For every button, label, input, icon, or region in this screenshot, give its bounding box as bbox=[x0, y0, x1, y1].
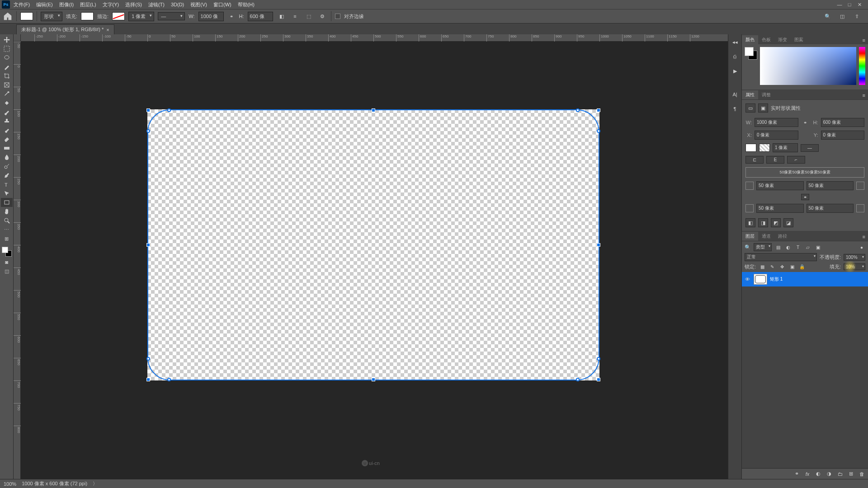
menu-help[interactable]: 帮助(H) bbox=[235, 0, 257, 9]
eraser-tool[interactable] bbox=[1, 135, 13, 144]
home-button[interactable] bbox=[3, 11, 13, 21]
stroke-swatch[interactable] bbox=[759, 144, 770, 152]
fill-swatch[interactable] bbox=[81, 12, 94, 20]
stroke-join-dropdown[interactable]: ⌐ bbox=[787, 156, 805, 164]
width-field[interactable]: 1000 像 bbox=[198, 12, 224, 21]
expand-dock-icon[interactable]: ◂◂ bbox=[730, 37, 740, 47]
dodge-tool[interactable] bbox=[1, 162, 13, 171]
height-field[interactable]: 600 像素 bbox=[821, 118, 865, 127]
ruler-vertical[interactable]: -500501001502002503003504004505005506006… bbox=[14, 42, 21, 479]
x-field[interactable]: 0 像素 bbox=[755, 131, 798, 140]
visibility-toggle[interactable]: 👁 bbox=[744, 277, 751, 282]
window-minimize[interactable]: — bbox=[836, 1, 843, 8]
link-icon[interactable]: ⚭ bbox=[801, 119, 809, 126]
pen-tool[interactable] bbox=[1, 171, 13, 180]
corner-br-field[interactable]: 50 像素 bbox=[807, 204, 854, 213]
stroke-width-dropdown[interactable]: 1 像素 bbox=[128, 12, 154, 21]
stroke-swatch[interactable] bbox=[112, 12, 125, 20]
hand-tool[interactable] bbox=[1, 207, 13, 216]
window-close[interactable]: ✕ bbox=[856, 1, 863, 8]
combine-shapes-icon[interactable]: ◧ bbox=[745, 218, 755, 227]
hue-slider[interactable] bbox=[859, 47, 865, 85]
link-corners-icon[interactable]: ⚭ bbox=[801, 194, 809, 200]
quickmask-tool[interactable]: ◙ bbox=[1, 258, 13, 267]
y-field[interactable]: 0 像素 bbox=[821, 131, 865, 140]
menu-edit[interactable]: 编辑(E) bbox=[33, 0, 56, 9]
lock-artboard-icon[interactable]: ▣ bbox=[788, 263, 796, 270]
menu-filter[interactable]: 滤镜(T) bbox=[146, 0, 167, 9]
path-align-icon[interactable]: ≡ bbox=[290, 11, 300, 21]
mask-icon[interactable]: ◐ bbox=[815, 470, 822, 478]
layer-name[interactable]: 矩形 1 bbox=[770, 276, 783, 282]
document-dimensions[interactable]: 1000 像素 x 600 像素 (72 ppi) bbox=[22, 480, 87, 487]
height-field[interactable]: 600 像 bbox=[248, 12, 273, 21]
filter-adjust-icon[interactable]: ◐ bbox=[784, 244, 792, 251]
frame-tool[interactable] bbox=[1, 80, 13, 89]
filter-smart-icon[interactable]: ▣ bbox=[814, 244, 821, 251]
dock-char-icon[interactable]: A| bbox=[730, 89, 740, 99]
type-tool[interactable]: T bbox=[1, 180, 13, 189]
wand-tool[interactable] bbox=[1, 62, 13, 71]
opacity-field[interactable]: 100% bbox=[844, 254, 865, 261]
tab-layers[interactable]: 图层 bbox=[742, 232, 758, 241]
tab-channels[interactable]: 通道 bbox=[758, 232, 774, 241]
lock-paint-icon[interactable]: ✎ bbox=[769, 263, 776, 270]
corner-tr-field[interactable]: 50 像素 bbox=[807, 181, 854, 190]
fx-icon[interactable]: fx bbox=[804, 470, 811, 478]
tab-pattern[interactable]: 图案 bbox=[791, 35, 807, 44]
eyedropper-tool[interactable] bbox=[1, 89, 13, 99]
new-layer-icon[interactable]: ⊞ bbox=[847, 470, 854, 478]
screenmode-tool[interactable]: ◫ bbox=[1, 267, 13, 276]
link-layers-icon[interactable]: ⚭ bbox=[793, 470, 800, 478]
blur-tool[interactable] bbox=[1, 153, 13, 162]
canvas[interactable] bbox=[147, 109, 599, 380]
stroke-cap-dropdown[interactable]: E bbox=[766, 156, 784, 164]
filter-image-icon[interactable]: ▤ bbox=[774, 244, 782, 251]
document-tab[interactable]: 未标题-1 @ 100% (矩形 1, RGB/8#) * × bbox=[16, 24, 114, 34]
status-chevron-icon[interactable]: 〉 bbox=[93, 480, 98, 487]
fill-field[interactable]: 10% bbox=[844, 263, 865, 270]
stroke-style-dropdown[interactable]: — bbox=[801, 144, 819, 152]
fill-swatch[interactable] bbox=[745, 144, 756, 152]
zoom-level[interactable]: 100% bbox=[4, 481, 16, 487]
ruler-horizontal[interactable]: -250-200-150-100-50050100150200250300350… bbox=[21, 34, 728, 42]
filter-type-dropdown[interactable]: 类型 bbox=[754, 243, 772, 251]
panel-menu-icon[interactable]: ≡ bbox=[860, 91, 868, 99]
blend-mode-dropdown[interactable]: 正常 bbox=[745, 253, 817, 261]
link-wh-icon[interactable]: ⚭ bbox=[227, 13, 236, 19]
menu-image[interactable]: 图像(I) bbox=[57, 0, 76, 9]
exclude-shapes-icon[interactable]: ◪ bbox=[783, 218, 793, 227]
more-tools[interactable]: ⋯ bbox=[1, 225, 13, 234]
filter-toggle[interactable]: ● bbox=[858, 244, 865, 251]
edit-toolbar[interactable]: ⊞ bbox=[1, 234, 13, 243]
dock-play-icon[interactable]: ▶ bbox=[730, 66, 740, 76]
color-swatches[interactable] bbox=[745, 47, 757, 60]
menu-type[interactable]: 文字(Y) bbox=[100, 0, 122, 9]
intersect-shapes-icon[interactable]: ◩ bbox=[771, 218, 781, 227]
menu-layer[interactable]: 图层(L) bbox=[77, 0, 99, 9]
tab-color[interactable]: 颜色 bbox=[742, 35, 758, 44]
corner-tl-field[interactable]: 50 像素 bbox=[756, 181, 804, 190]
search-icon[interactable]: 🔍 bbox=[745, 244, 751, 250]
foreground-color[interactable] bbox=[2, 247, 8, 253]
path-select-tool[interactable] bbox=[1, 189, 13, 198]
lock-position-icon[interactable]: ✥ bbox=[778, 263, 786, 270]
delete-icon[interactable]: 🗑 bbox=[858, 470, 865, 478]
path-arrange-icon[interactable]: ⬚ bbox=[304, 11, 314, 21]
move-tool[interactable] bbox=[1, 35, 13, 44]
lock-transparent-icon[interactable]: ▦ bbox=[759, 263, 766, 270]
layer-thumbnail[interactable] bbox=[754, 274, 767, 285]
menu-file[interactable]: 文件(F) bbox=[11, 0, 33, 9]
tab-paths[interactable]: 路径 bbox=[774, 232, 791, 241]
close-tab-icon[interactable]: × bbox=[106, 27, 109, 33]
shape-mode-dropdown[interactable]: 形状 bbox=[41, 12, 62, 21]
stroke-width-field[interactable]: 1 像素 bbox=[773, 143, 798, 152]
subtract-shapes-icon[interactable]: ◨ bbox=[758, 218, 768, 227]
align-edges-checkbox[interactable] bbox=[335, 14, 340, 19]
group-icon[interactable]: 🗀 bbox=[836, 470, 844, 478]
gear-icon[interactable]: ⚙ bbox=[317, 11, 327, 21]
adjustment-icon[interactable]: ◑ bbox=[826, 470, 833, 478]
dock-panel-icon[interactable]: ⎙ bbox=[730, 52, 740, 61]
marquee-tool[interactable] bbox=[1, 44, 13, 53]
gradient-tool[interactable] bbox=[1, 144, 13, 153]
